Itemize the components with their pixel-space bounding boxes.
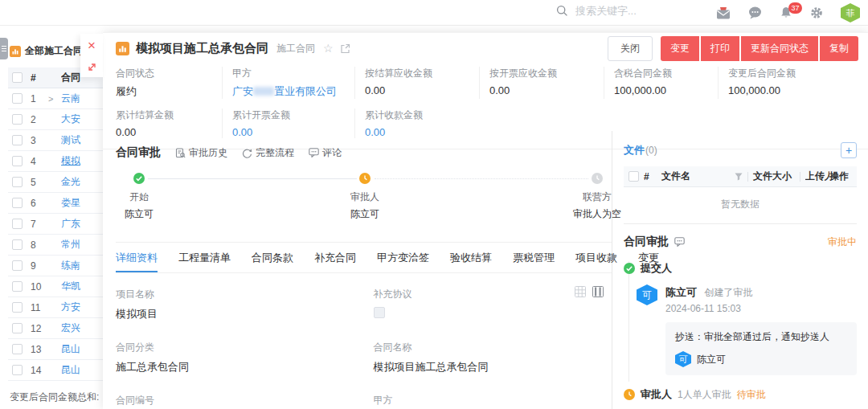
row-checkbox[interactable]	[12, 198, 23, 208]
grid-view-icon[interactable]	[575, 286, 586, 297]
tab-supplement[interactable]: 补充合同	[314, 243, 356, 272]
table-row[interactable]: 14昆山	[8, 360, 103, 381]
tab-partya-change[interactable]: 甲方变洽签	[377, 243, 429, 272]
approval-section-title: 合同审批	[116, 145, 161, 160]
print-button[interactable]: 打印	[701, 36, 739, 61]
table-row[interactable]: 13昆山	[8, 339, 103, 360]
filter-funnel-icon[interactable]	[735, 173, 743, 181]
contract-link[interactable]: 常州	[61, 238, 103, 252]
table-row[interactable]: 5金光	[8, 172, 103, 193]
mail-icon[interactable]	[716, 7, 731, 19]
external-link-icon[interactable]	[340, 43, 350, 54]
select-all-checkbox[interactable]	[12, 72, 23, 83]
divider	[800, 172, 800, 182]
table-row[interactable]: 4模拟	[8, 151, 103, 172]
table-row[interactable]: 3测试	[8, 130, 103, 151]
chat-icon[interactable]	[748, 6, 762, 19]
row-checkbox[interactable]	[12, 365, 23, 375]
comment-link[interactable]: 评论	[309, 146, 342, 160]
contract-link-active[interactable]: 模拟	[61, 154, 103, 168]
document-chart-icon	[116, 42, 129, 55]
project-link[interactable]: 模拟项目	[116, 307, 342, 321]
table-row[interactable]: 10华凯	[8, 276, 103, 297]
row-checkbox[interactable]	[12, 177, 23, 187]
drawer-right-column: 文件 (0) + # 文件名 文件大小 上传人	[612, 131, 868, 409]
drawer-body: 合同审批 审批历史 完整流程 评论	[103, 131, 868, 409]
approval-history-link[interactable]: 审批历史	[175, 146, 227, 160]
contract-link[interactable]: 大安	[61, 112, 103, 126]
settings-gear-icon[interactable]	[810, 6, 823, 19]
approver-section: 审批人 1人单人审批 待审批	[624, 387, 857, 402]
tab-boq[interactable]: 工程量清单	[178, 243, 231, 272]
global-search[interactable]	[556, 5, 704, 17]
row-checkbox[interactable]	[12, 156, 23, 166]
detail-tabs: 详细资料 工程量清单 合同条款 补充合同 甲方变洽签 验收结算 票税管理 项目收…	[116, 243, 612, 273]
party-a-link[interactable]: 广安置业有限公司	[232, 84, 354, 99]
row-checkbox[interactable]	[12, 239, 23, 250]
notifications-bell-icon[interactable]: 37	[780, 6, 792, 19]
tab-detail[interactable]: 详细资料	[116, 243, 158, 272]
favorite-star-icon[interactable]: ☆	[323, 42, 334, 55]
row-checkbox[interactable]	[12, 260, 23, 271]
table-row[interactable]: 2大安	[8, 109, 103, 130]
comment-icon[interactable]	[674, 237, 685, 247]
comment-icon	[309, 148, 319, 157]
contract-link[interactable]: 广东	[61, 217, 103, 231]
row-checkbox[interactable]	[12, 344, 23, 354]
notification-count-badge: 37	[788, 2, 802, 14]
change-button[interactable]: 变更	[661, 36, 699, 61]
contract-link[interactable]: 娄星	[61, 196, 103, 210]
row-checkbox[interactable]	[12, 302, 23, 313]
contract-link[interactable]: 练南	[61, 259, 103, 272]
column-view-icon[interactable]	[592, 286, 604, 297]
files-count: (0)	[645, 145, 657, 156]
table-row[interactable]: 6娄星	[8, 193, 103, 214]
row-checkbox[interactable]	[12, 219, 23, 229]
table-row[interactable]: 8常州	[8, 235, 103, 256]
row-checkbox[interactable]	[12, 93, 23, 104]
tab-invoice-tax[interactable]: 票税管理	[513, 243, 555, 272]
contract-link[interactable]: 测试	[61, 133, 103, 147]
contract-link[interactable]: 昆山	[61, 342, 103, 356]
close-button[interactable]: 关闭	[608, 36, 653, 61]
sidebar-collapse-handle[interactable]	[0, 38, 8, 59]
contract-management-app: 37 菲 全部施工合同 # 合同 1>云南 2大安 3测试 4模拟 5金光 6娄…	[0, 0, 868, 409]
add-file-button[interactable]: +	[841, 142, 857, 158]
table-row[interactable]: 7广东	[8, 214, 103, 235]
table-row[interactable]: 9练南	[8, 256, 103, 276]
contract-link[interactable]: 金光	[61, 175, 103, 189]
close-icon[interactable]: ×	[88, 39, 96, 52]
row-checkbox[interactable]	[12, 135, 23, 145]
table-row[interactable]: 11方安	[8, 297, 103, 318]
row-checkbox[interactable]	[12, 323, 23, 333]
history-doc-icon	[175, 148, 186, 158]
files-select-all-checkbox[interactable]	[628, 171, 639, 182]
tab-acceptance[interactable]: 验收结算	[450, 243, 492, 272]
user-avatar[interactable]: 菲	[841, 3, 860, 22]
col-filesize: 文件大小	[753, 170, 795, 183]
col-index: #	[644, 171, 661, 182]
drawer-main-column: 合同审批 审批历史 完整流程 评论	[103, 131, 612, 409]
search-input[interactable]	[575, 5, 704, 17]
contract-link[interactable]: 方安	[61, 301, 103, 314]
panel-collapse-arrow-icon[interactable]	[612, 253, 616, 261]
contract-link[interactable]: 昆山	[61, 363, 103, 377]
row-expand-icon[interactable]: >	[48, 94, 61, 104]
expand-icon[interactable]	[87, 62, 97, 72]
copy-button[interactable]: 复制	[820, 36, 858, 61]
tab-terms[interactable]: 合同条款	[252, 243, 293, 272]
supplement-checkbox[interactable]	[374, 307, 385, 318]
contract-link[interactable]: 云南	[61, 92, 103, 105]
update-status-button[interactable]: 更新合同状态	[741, 36, 818, 61]
row-checkbox[interactable]	[12, 114, 23, 125]
row-checkbox[interactable]	[12, 281, 23, 292]
approval-panel-header: 合同审批 审批中	[624, 235, 857, 249]
contract-link[interactable]: 华凯	[61, 280, 103, 293]
table-row[interactable]: 1>云南	[8, 88, 103, 109]
full-flow-link[interactable]: 完整流程	[242, 146, 294, 160]
field-recv-by-settlement: 按结算应收金额0.00	[354, 67, 479, 99]
table-row[interactable]: 12宏兴	[8, 318, 103, 339]
contract-link[interactable]: 宏兴	[61, 321, 103, 335]
approval-panel: 合同审批 审批中 提交人 可 陈立可 创建了审批 2024-06-11 15	[612, 224, 868, 409]
col-index: #	[31, 72, 48, 84]
